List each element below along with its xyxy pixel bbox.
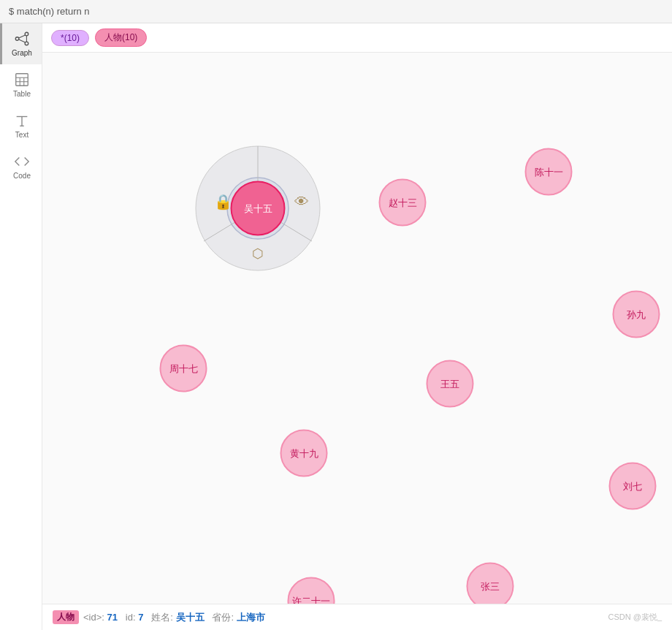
status-text: <id>: 71 id: 7 姓名: 吴十五 省份: 上海市 [83, 611, 265, 624]
sidebar-item-table[interactable]: Table [0, 64, 42, 105]
csdn-watermark: CSDN @裴悦_ [608, 612, 662, 623]
sidebar-item-graph[interactable]: Graph [0, 23, 42, 64]
code-icon [14, 153, 30, 170]
text-icon [14, 113, 30, 129]
status-id-key: <id>: [83, 612, 104, 623]
svg-text:👁: 👁 [294, 194, 309, 210]
svg-point-0 [15, 37, 19, 41]
graph-canvas[interactable]: 🔒 👁 ⬡ 吴十五 赵十三 陈十一 孙九 周十七 [42, 53, 672, 604]
status-province-val: 上海市 [237, 612, 265, 623]
status-bar: 人物 <id>: 71 id: 7 姓名: 吴十五 省份: 上海市 CSDN @… [42, 604, 672, 630]
filter-person-badge[interactable]: 人物(10) [95, 29, 147, 47]
svg-text:🔒: 🔒 [214, 193, 232, 210]
node-wangwu[interactable]: 王五 [427, 360, 474, 408]
graph-icon [14, 31, 30, 47]
node-sunjiu[interactable]: 孙九 [613, 291, 660, 338]
content-area: *(10) 人物(10) 🔒 👁 [42, 23, 672, 630]
svg-point-1 [25, 32, 28, 36]
status-province-key: 省份: [212, 612, 234, 623]
status-left: 人物 <id>: 71 id: 7 姓名: 吴十五 省份: 上海市 [53, 610, 265, 624]
sidebar-text-label: Text [15, 131, 28, 139]
sidebar-table-label: Table [13, 90, 31, 98]
top-bar: $ match(n) return n [0, 0, 672, 23]
status-label: 人物 [53, 610, 79, 624]
sidebar: Graph Table Text [0, 23, 42, 630]
status-id-val: 71 [107, 612, 118, 623]
main-layout: Graph Table Text [0, 23, 672, 630]
status-name-val: 吴十五 [176, 612, 205, 623]
node-zhangsan[interactable]: 张三 [467, 563, 514, 604]
sidebar-code-label: Code [13, 172, 31, 180]
status-id2-val: 7 [138, 612, 143, 623]
svg-line-3 [19, 35, 26, 38]
filter-bar: *(10) 人物(10) [42, 23, 672, 53]
svg-text:⬡: ⬡ [252, 246, 264, 261]
status-id2-key: id: [126, 612, 136, 623]
svg-rect-6 [16, 74, 28, 86]
table-icon [14, 72, 30, 88]
node-zhoushiqi[interactable]: 周十七 [160, 345, 207, 392]
node-liuqi[interactable]: 刘七 [609, 463, 657, 510]
sidebar-graph-label: Graph [12, 49, 32, 57]
node-huangshijiu[interactable]: 黄十九 [280, 430, 328, 477]
svg-line-4 [19, 39, 26, 42]
filter-all-badge[interactable]: *(10) [51, 30, 89, 46]
status-name-key: 姓名: [151, 612, 173, 623]
sidebar-item-text[interactable]: Text [0, 105, 42, 146]
node-wushiwu[interactable]: 吴十五 [231, 181, 286, 236]
sidebar-item-code[interactable]: Code [0, 146, 42, 187]
svg-point-2 [25, 42, 28, 45]
node-xuershi[interactable]: 许二十一 [288, 577, 335, 604]
query-text: $ match(n) return n [9, 6, 90, 17]
node-chenshiyi[interactable]: 陈十一 [525, 148, 573, 196]
node-zhaoshisan[interactable]: 赵十三 [379, 179, 427, 227]
